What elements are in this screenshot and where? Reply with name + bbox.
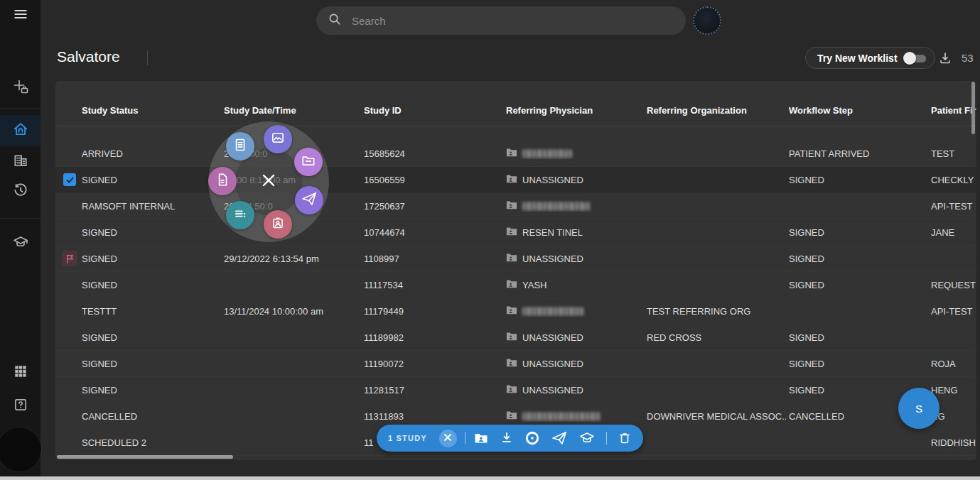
cell-referring-physician: UNASSIGNED [506, 253, 644, 265]
column-header[interactable]: Study ID [364, 105, 503, 116]
worklist-table: Study StatusStudy Date/TimeStudy IDRefer… [55, 81, 976, 460]
table-row[interactable]: SIGNED11190072UNASSIGNEDSIGNEDROJA [55, 351, 976, 377]
report-icon [232, 137, 248, 156]
table-row[interactable]: SIGNED10744674RESEN TINELSIGNEDJANE [55, 219, 976, 246]
selection-count-label: 1 STUDY [388, 434, 427, 442]
table-row[interactable]: RAMSOFT INTERNAL2025 4:50:017250637API-T… [55, 193, 976, 219]
cell-study-id: 17250637 [364, 201, 503, 212]
row-checkbox[interactable] [63, 173, 76, 186]
search-input[interactable] [352, 15, 674, 27]
table-body: ARRIVED24 10:00:015685624PATIENT ARRIVED… [55, 141, 976, 456]
document-icon [215, 172, 230, 190]
cell-patient-first-name: API-TEST [931, 201, 976, 212]
floating-user-avatar[interactable]: S [898, 388, 939, 429]
cell-study-id: 15685624 [364, 148, 503, 159]
sidebar-item-home-worklist[interactable] [0, 115, 41, 146]
cell-study-date: 13/11/2024 10:00:00 am [224, 306, 361, 317]
table-row[interactable]: SIGNED11189982UNASSIGNEDRED CROSSSIGNED [55, 324, 976, 351]
cell-study-status: SIGNED [82, 280, 221, 290]
folder-user-icon [506, 200, 517, 212]
profile-avatar[interactable] [693, 6, 721, 35]
radial-close-button[interactable] [259, 173, 278, 191]
cell-referring-physician [506, 200, 644, 212]
radial-action-documents[interactable] [294, 148, 323, 176]
sidebar-item-new-study[interactable] [0, 72, 41, 104]
cell-referring-physician [506, 305, 644, 317]
radial-action-study-details[interactable] [226, 201, 254, 229]
study-count: 53 [962, 52, 974, 64]
image-icon [270, 130, 286, 148]
table-row[interactable]: TESTTT13/11/2024 10:00:00 am11179449TEST… [55, 298, 976, 324]
cell-patient-first-name: REQUEST [931, 280, 976, 290]
table-row[interactable]: SIGNED29/12/2022 6:13:54 pm1108997UNASSI… [55, 246, 976, 272]
radial-action-patient-info[interactable] [264, 210, 292, 239]
sidebar-user-avatar[interactable] [0, 427, 41, 471]
teaching-icon[interactable] [578, 430, 596, 447]
download-worklist-button[interactable] [938, 51, 952, 68]
cell-workflow-step: SIGNED [789, 332, 928, 343]
vertical-scrollbar[interactable] [971, 82, 975, 134]
sidebar-item-help[interactable] [0, 391, 41, 422]
flag-icon [62, 251, 77, 266]
table-row[interactable]: SIGNED11281517UNASSIGNEDSIGNEDHENG [55, 377, 976, 403]
close-icon [443, 432, 452, 444]
radial-action-send[interactable] [295, 186, 323, 214]
cell-study-status: SIGNED [82, 253, 221, 264]
cell-study-status: CANCELLED [82, 411, 221, 422]
column-header[interactable]: Patient Fir [931, 105, 976, 116]
radial-action-report[interactable] [226, 132, 254, 160]
graduation-cap-icon [12, 234, 29, 253]
cell-study-status: ARRIVED [82, 148, 221, 159]
trash-icon[interactable] [618, 431, 632, 445]
cell-referring-organization: TEST REFERRING ORG [647, 306, 786, 317]
table-row[interactable]: ARRIVED24 10:00:015685624PATIENT ARRIVED… [55, 141, 976, 167]
sidebar-item-learning[interactable] [0, 228, 41, 259]
try-new-worklist-toggle[interactable]: Try New Worklist [805, 47, 935, 69]
apps-grid-icon [13, 364, 28, 382]
column-header[interactable]: Study Date/Time [224, 105, 361, 116]
cell-workflow-step: PATIENT ARRIVED [789, 148, 928, 159]
column-header[interactable]: Referring Physician [506, 105, 644, 116]
cell-patient-first-name: RIDDHISH [931, 437, 976, 448]
worklist-toggle-switch[interactable] [903, 53, 926, 63]
cell-referring-organization: RED CROSS [647, 332, 786, 343]
cell-referring-physician [506, 148, 644, 160]
cell-study-status: RAMSOFT INTERNAL [82, 201, 221, 212]
table-row[interactable]: SIGNED7/200 8:13:00 am16506559UNASSIGNED… [55, 167, 976, 193]
patient-folder-icon[interactable] [473, 430, 489, 446]
cell-study-date: 29/12/2022 6:13:54 pm [224, 253, 361, 264]
cell-patient-first-name: JANE [931, 227, 976, 238]
sidebar-item-organization[interactable] [0, 146, 41, 178]
column-header[interactable]: Study Status [82, 105, 221, 116]
radial-action-notes[interactable] [208, 167, 237, 195]
cell-patient-first-name: ROJA [931, 359, 976, 369]
cell-study-status: SIGNED [82, 332, 221, 343]
building-icon [13, 153, 28, 171]
cell-study-id: 11281517 [364, 385, 503, 396]
clear-selection-button[interactable] [439, 430, 457, 447]
folder-user-icon [506, 279, 517, 291]
page-title: Salvatore [57, 48, 120, 65]
hamburger-menu-button[interactable] [0, 0, 41, 31]
cell-study-status: SCHEDULED 2 [82, 437, 221, 448]
cell-workflow-step: SIGNED [789, 359, 928, 369]
search-bar[interactable] [316, 6, 686, 35]
column-header[interactable]: Workflow Step [789, 105, 928, 116]
sidebar-item-apps[interactable] [0, 357, 41, 388]
download-icon[interactable] [500, 431, 514, 445]
folder-user-icon [506, 227, 517, 239]
action-bar-divider [606, 432, 607, 444]
send-icon[interactable] [551, 430, 568, 447]
search-icon [328, 12, 342, 29]
cell-workflow-step: SIGNED [789, 280, 928, 290]
disc-icon[interactable] [524, 430, 540, 446]
cell-workflow-step: SIGNED [789, 253, 928, 264]
folder-user-icon [506, 410, 517, 422]
column-header[interactable]: Referring Organization [647, 105, 786, 116]
radial-action-images[interactable] [264, 125, 292, 153]
action-bar-divider [465, 432, 465, 444]
sidebar-item-history[interactable] [0, 176, 41, 207]
horizontal-scrollbar[interactable] [57, 455, 233, 459]
table-row[interactable]: SIGNED11117534YASHSIGNEDREQUEST [55, 272, 976, 298]
folder-icon [301, 153, 316, 171]
